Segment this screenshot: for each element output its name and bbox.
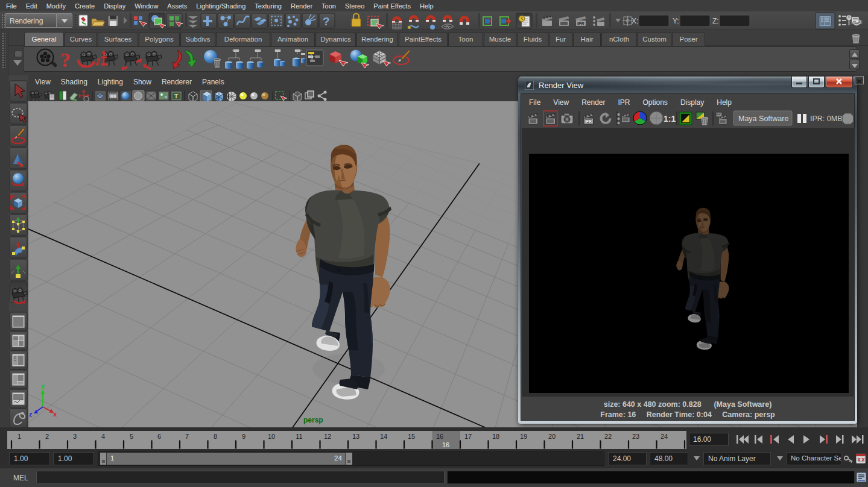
svg-text:24: 24 [661,433,668,440]
svg-text:17: 17 [464,433,472,440]
svg-text:15: 15 [408,433,415,440]
svg-text:20: 20 [548,433,556,440]
svg-text:y: y [41,382,45,389]
svg-text:Z:: Z: [712,17,719,25]
svg-text:12: 12 [324,433,331,440]
svg-text:6: 6 [157,433,161,440]
svg-text:IPR: IPR [577,22,584,26]
svg-text:3: 3 [73,433,77,440]
svg-text:x: x [53,410,57,418]
svg-text:14: 14 [380,433,387,440]
svg-text:8: 8 [214,433,217,440]
svg-text:Y:: Y: [673,17,679,25]
svg-text:13: 13 [352,433,360,440]
svg-text:IPR: 0MB: IPR: 0MB [810,115,843,123]
svg-text:5: 5 [130,433,133,440]
svg-text:?: ? [60,49,71,71]
svg-text:21: 21 [577,433,584,440]
svg-text:IPR: IPR [585,119,592,124]
svg-text:23: 23 [632,433,639,440]
svg-text:16: 16 [442,441,449,448]
svg-text:1: 1 [17,433,21,440]
svg-text:10: 10 [268,433,275,440]
svg-text:18: 18 [492,433,499,440]
svg-text:1:1: 1:1 [664,114,676,124]
svg-text:4: 4 [101,433,105,440]
svg-text:2: 2 [45,433,49,440]
svg-text:persp: persp [303,416,323,424]
svg-text:?: ? [323,15,330,28]
svg-text:9: 9 [242,433,246,440]
svg-text:7: 7 [185,433,189,440]
svg-text:22: 22 [604,433,612,440]
svg-text:19: 19 [520,433,527,440]
svg-text:Maya Software: Maya Software [738,115,788,123]
svg-text:z: z [29,410,33,418]
svg-text:X:: X: [632,17,638,25]
svg-text:16: 16 [436,433,443,440]
svg-text:T: T [174,93,178,99]
svg-text:11: 11 [296,433,302,440]
